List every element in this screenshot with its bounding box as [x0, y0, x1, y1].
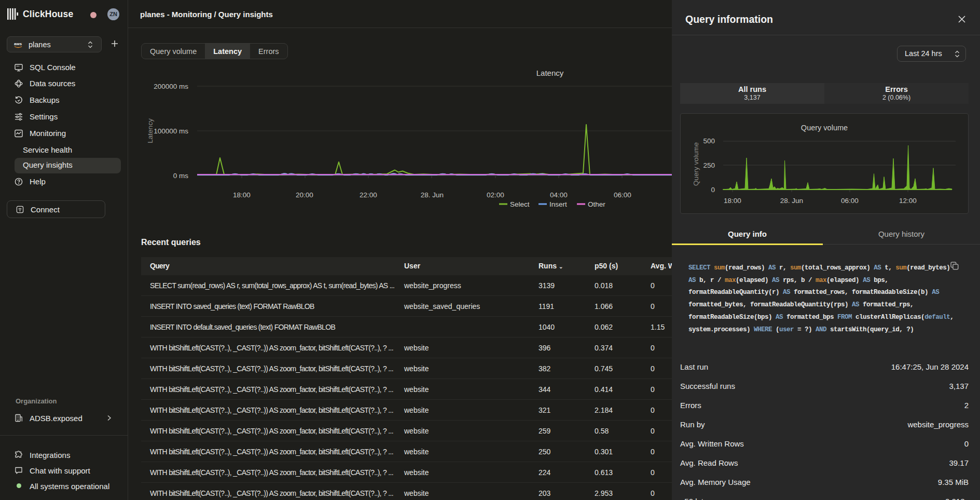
- svg-text:0: 0: [711, 186, 715, 194]
- svg-text:Latency: Latency: [146, 118, 154, 143]
- svg-text:28. Jun: 28. Jun: [780, 197, 803, 205]
- svg-text:aws: aws: [14, 42, 22, 46]
- svg-text:Query volume: Query volume: [801, 124, 848, 132]
- svg-text:Insert: Insert: [549, 200, 567, 208]
- svg-text:04:00: 04:00: [550, 191, 568, 199]
- svg-text:18:00: 18:00: [724, 197, 741, 205]
- svg-text:12:00: 12:00: [899, 197, 917, 205]
- svg-text:20:00: 20:00: [296, 191, 313, 199]
- svg-text:06:00: 06:00: [841, 197, 859, 205]
- svg-text:28. Jun: 28. Jun: [421, 191, 444, 199]
- svg-text:200000 ms: 200000 ms: [154, 83, 188, 90]
- svg-text:06:00: 06:00: [614, 191, 631, 199]
- svg-text:500: 500: [703, 137, 715, 145]
- svg-text:250: 250: [703, 161, 715, 169]
- svg-text:18:00: 18:00: [233, 191, 251, 199]
- svg-text:22:00: 22:00: [360, 191, 377, 199]
- svg-text:Query volume: Query volume: [692, 142, 700, 186]
- svg-text:Other: Other: [588, 200, 605, 208]
- svg-text:Select: Select: [510, 200, 530, 208]
- svg-text:02:00: 02:00: [487, 191, 504, 199]
- svg-text:100000 ms: 100000 ms: [154, 127, 188, 135]
- svg-text:0 ms: 0 ms: [173, 172, 189, 180]
- svg-text:Latency: Latency: [536, 69, 564, 77]
